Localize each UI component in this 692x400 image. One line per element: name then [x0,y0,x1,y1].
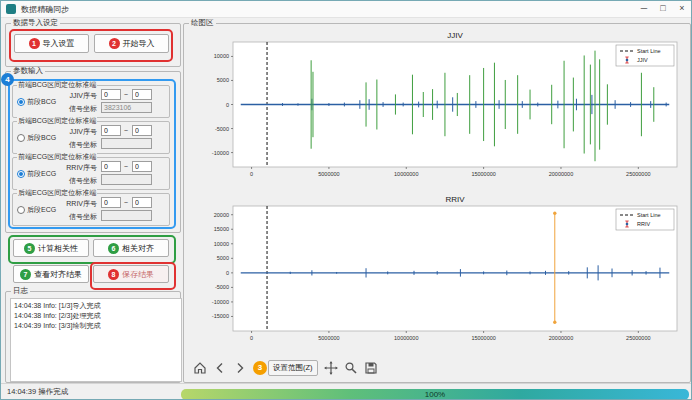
svg-text:10000: 10000 [214,241,229,247]
seq-end-input[interactable] [132,89,152,100]
svg-text:0: 0 [226,102,229,108]
coord-label: 信号坐标 [53,104,97,114]
badge-4: 4 [1,73,14,86]
svg-text:25000000: 25000000 [626,335,650,341]
radio-icon[interactable] [17,134,25,142]
svg-text:20000000: 20000000 [549,335,573,341]
radio-icon[interactable] [17,98,25,106]
svg-text:10000000: 10000000 [394,171,418,177]
param-section-ecg-front: 前端ECG区间定位标准端 前段ECG RRIV序号 ~ 信号坐标 [12,157,170,190]
seq-start-input[interactable] [101,197,121,208]
correlation-align-button[interactable]: 6 相关对齐 [93,239,169,257]
section-title: 前端BCG区间定位标准端 [17,81,97,89]
seq-start-input[interactable] [101,161,121,172]
svg-text:10000: 10000 [214,53,229,59]
radio-ecg-front[interactable]: 前段ECG [17,169,56,179]
radio-label: 后段BCG [27,133,56,143]
radio-label: 后段ECG [27,205,56,215]
tilde-separator: ~ [124,91,128,98]
progress-bar: 100% [181,389,689,400]
svg-text:5000: 5000 [217,255,229,261]
svg-text:15000000: 15000000 [471,171,495,177]
svg-text:JJIV: JJIV [637,57,648,63]
svg-text:-5000: -5000 [215,284,229,290]
compute-correlation-label: 计算相关性 [38,243,78,254]
svg-text:-5000: -5000 [215,126,229,132]
param-section-ecg-back: 后端ECG区间定位标准端 后段ECG RRIV序号 ~ 信号坐标 [12,193,170,226]
radio-label: 前段BCG [27,97,56,107]
forward-icon[interactable] [233,361,247,375]
param-section-bcg-front: 前端BCG区间定位标准端 前段BCG JJIV序号 ~ 信号坐标 [12,85,170,118]
badge-2: 2 [109,38,120,49]
tilde-separator: ~ [124,199,128,206]
compute-correlation-button[interactable]: 5 计算相关性 [13,239,89,257]
seq-start-input[interactable] [101,89,121,100]
zoom-icon[interactable] [344,361,358,375]
seq-start-input[interactable] [101,125,121,136]
svg-text:20000000: 20000000 [549,171,573,177]
seq-label: JJIV序号 [53,91,97,101]
seq-end-input[interactable] [132,125,152,136]
plot-group-title: 绘图区 [189,19,216,27]
seq-end-input[interactable] [132,197,152,208]
rriv-chart: RRIV-15000-10000-50000500010000150002000… [189,193,683,355]
save-result-label: 保存结果 [122,269,154,280]
tilde-separator: ~ [124,127,128,134]
radio-icon[interactable] [17,206,25,214]
correlation-align-label: 相关对齐 [122,243,154,254]
badge-8: 8 [108,269,119,280]
pan-icon[interactable] [324,361,338,375]
minimize-icon[interactable]: ─ [635,1,653,17]
tilde-separator: ~ [124,163,128,170]
log-group-title: 日志 [11,287,30,295]
svg-text:20000: 20000 [214,212,229,218]
view-align-result-button[interactable]: 7 查看对齐结果 [13,265,89,283]
radio-bcg-back[interactable]: 后段BCG [17,133,56,143]
maximize-icon[interactable]: □ [654,1,672,17]
svg-text:0: 0 [226,270,229,276]
progress-label: 100% [181,389,689,400]
jjiv-chart: JJIV-10000-50000500010000050000001000000… [189,29,683,191]
coord-input[interactable] [101,174,152,185]
badge-6: 6 [108,243,119,254]
coord-label: 信号坐标 [53,212,97,222]
status-text: 14:04:39 操作完成 [7,387,68,397]
coord-input[interactable] [101,210,152,221]
badge-1: 1 [29,38,40,49]
svg-text:5000: 5000 [217,77,229,83]
svg-text:25000000: 25000000 [626,171,650,177]
coord-input[interactable] [101,102,152,113]
params-group-title: 参数输入 [11,67,45,75]
svg-text:Start Line: Start Line [637,212,661,218]
svg-text:JJIV: JJIV [447,31,463,40]
save-icon[interactable] [364,361,378,375]
svg-text:Start Line: Start Line [637,48,661,54]
start-import-button[interactable]: 2 开始导入 [94,34,169,53]
svg-text:-10000: -10000 [212,299,229,305]
svg-text:5000000: 5000000 [318,171,339,177]
log-list[interactable]: 14:04:38 Info: [1/3]导入完成 14:04:38 Info: … [10,298,182,382]
radio-icon[interactable] [17,170,25,178]
coord-label: 信号坐标 [53,140,97,150]
svg-text:0: 0 [250,171,253,177]
log-line: 14:04:39 Info: [3/3]绘制完成 [14,321,178,331]
coord-input[interactable] [101,138,152,149]
home-icon[interactable] [193,361,207,375]
seq-end-input[interactable] [132,161,152,172]
section-title: 后端ECG区间定位标准端 [17,189,97,197]
set-range-button[interactable]: 设置范围(Z) [268,360,318,376]
svg-text:5000000: 5000000 [318,335,339,341]
app-icon [6,4,16,14]
svg-text:-10000: -10000 [212,150,229,156]
svg-text:RRIV: RRIV [637,221,650,227]
import-settings-button[interactable]: 1 导入设置 [14,34,89,53]
badge-7: 7 [20,269,31,280]
save-result-button[interactable]: 8 保存结果 [93,265,169,283]
import-group-title: 数据导入设定 [11,19,60,27]
radio-ecg-back[interactable]: 后段ECG [17,205,56,215]
title-bar: 数据精确同步 ─ □ × [1,1,691,18]
app-window: 数据精确同步 ─ □ × 数据导入设定 1 导入设置 2 开始导入 参数输入 4… [0,0,692,400]
radio-bcg-front[interactable]: 前段BCG [17,97,56,107]
back-icon[interactable] [213,361,227,375]
close-icon[interactable]: × [673,1,691,17]
